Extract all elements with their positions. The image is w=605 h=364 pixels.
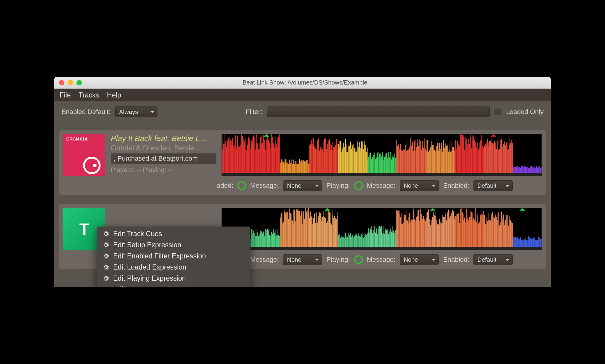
svg-rect-982	[526, 236, 526, 247]
svg-rect-89	[276, 144, 277, 173]
svg-rect-95	[280, 163, 281, 173]
svg-rect-888	[465, 222, 466, 247]
gear-icon	[102, 231, 109, 237]
svg-rect-45	[248, 137, 249, 173]
svg-rect-148	[314, 147, 315, 173]
svg-rect-19	[231, 141, 232, 173]
svg-rect-595	[278, 235, 279, 247]
context-menu-item[interactable]: Edit Loaded Expression	[97, 262, 250, 273]
svg-rect-916	[483, 211, 484, 247]
svg-rect-589	[274, 233, 275, 247]
svg-rect-343	[439, 143, 439, 173]
svg-rect-371	[457, 148, 457, 173]
svg-rect-928	[491, 214, 492, 247]
svg-rect-615	[291, 221, 291, 247]
playing-message-select[interactable]: None	[400, 254, 439, 265]
svg-rect-415	[485, 139, 485, 173]
svg-rect-25	[235, 135, 236, 173]
svg-rect-652	[315, 214, 315, 247]
svg-rect-606	[285, 213, 286, 247]
svg-rect-790	[403, 213, 403, 247]
enabled-select[interactable]: Default	[473, 180, 513, 191]
svg-rect-396	[473, 135, 473, 173]
context-menu-label: Edit Enabled Filter Expression	[113, 252, 206, 260]
svg-rect-92	[278, 137, 279, 173]
svg-rect-5	[222, 150, 223, 173]
svg-rect-445	[504, 141, 504, 173]
svg-rect-818	[421, 213, 421, 247]
svg-rect-907	[478, 214, 478, 247]
track-album: , Purchased at Beatport.com	[111, 153, 216, 164]
svg-rect-640	[307, 213, 307, 247]
svg-rect-860	[448, 211, 448, 247]
svg-rect-742	[372, 233, 373, 247]
context-menu-item[interactable]: Edit Track Cues	[97, 228, 250, 239]
svg-rect-724	[361, 235, 361, 247]
svg-rect-373	[458, 141, 458, 173]
svg-rect-121	[297, 161, 297, 173]
svg-rect-913	[481, 214, 482, 247]
svg-rect-137	[307, 160, 307, 173]
svg-rect-66	[262, 135, 262, 173]
svg-rect-647	[311, 216, 312, 247]
svg-rect-816	[419, 221, 420, 247]
svg-rect-698	[344, 238, 345, 247]
svg-rect-62	[259, 148, 259, 173]
svg-rect-718	[357, 237, 357, 247]
svg-rect-123	[298, 164, 299, 173]
svg-rect-497	[537, 168, 538, 173]
enabled-default-select[interactable]: Always	[115, 106, 157, 117]
svg-rect-380	[462, 135, 463, 173]
svg-rect-656	[317, 222, 318, 247]
svg-rect-861	[448, 210, 449, 247]
enabled-select[interactable]: Default	[473, 254, 513, 265]
svg-rect-883	[462, 212, 463, 247]
context-menu-item[interactable]: Edit Playing Expression	[97, 273, 250, 284]
svg-rect-807	[414, 212, 414, 247]
svg-rect-993	[532, 237, 533, 247]
waveform[interactable]	[222, 134, 542, 176]
svg-rect-937	[497, 214, 497, 247]
loaded-message-select[interactable]: None	[283, 180, 322, 191]
track-context-menu: Edit Track CuesEdit Setup ExpressionEdit…	[97, 227, 250, 287]
svg-rect-558	[254, 233, 255, 247]
svg-rect-939	[498, 212, 499, 247]
playing-message-select[interactable]: None	[400, 180, 439, 191]
menu-file[interactable]: File	[60, 91, 71, 99]
svg-rect-402	[476, 148, 477, 173]
filter-input[interactable]	[267, 106, 490, 117]
svg-rect-52	[253, 142, 253, 173]
svg-rect-792	[404, 215, 405, 247]
svg-rect-869	[453, 211, 454, 247]
menu-tracks[interactable]: Tracks	[79, 91, 99, 99]
context-menu-item[interactable]: Edit Setup Expression	[97, 239, 250, 251]
svg-rect-924	[489, 220, 489, 247]
svg-rect-564	[258, 236, 259, 247]
svg-rect-431	[495, 148, 495, 173]
loaded-message-select[interactable]: None	[283, 254, 322, 265]
svg-rect-338	[435, 151, 436, 173]
gear-icon	[102, 264, 109, 271]
svg-rect-621	[295, 214, 295, 247]
waveform[interactable]	[222, 208, 542, 250]
svg-rect-580	[268, 231, 269, 247]
svg-rect-958	[510, 220, 511, 247]
svg-rect-666	[324, 211, 324, 247]
svg-rect-725	[361, 234, 362, 247]
svg-rect-971	[519, 240, 519, 247]
svg-rect-33	[240, 145, 241, 173]
svg-rect-966	[515, 237, 516, 247]
svg-rect-286	[402, 151, 403, 173]
context-menu-item[interactable]: Edit Beat Expression	[97, 284, 250, 287]
svg-rect-962	[513, 239, 513, 247]
svg-rect-931	[493, 217, 494, 247]
svg-rect-271	[392, 155, 393, 173]
svg-rect-662	[321, 221, 321, 247]
loaded-only-checkbox[interactable]	[495, 109, 501, 115]
svg-rect-176	[332, 142, 332, 173]
context-menu-item[interactable]: Edit Enabled Filter Expression	[97, 251, 250, 262]
svg-rect-590	[275, 236, 275, 247]
svg-rect-944	[501, 211, 502, 247]
svg-rect-700	[345, 233, 346, 247]
menu-help[interactable]: Help	[107, 91, 121, 99]
